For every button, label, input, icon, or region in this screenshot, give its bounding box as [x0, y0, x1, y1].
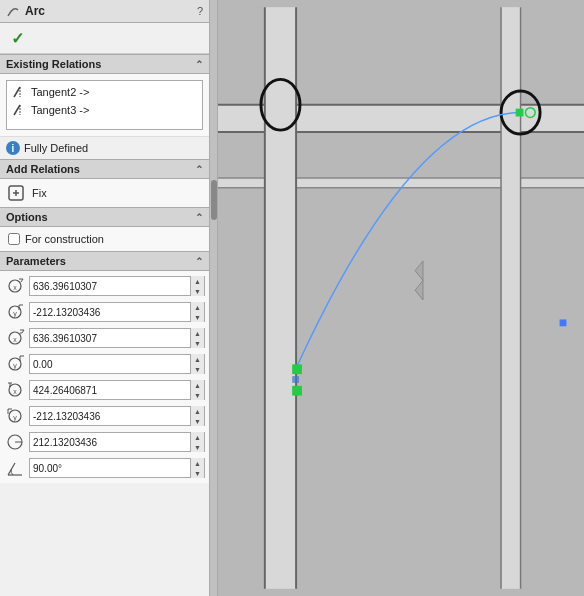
status-text: Fully Defined: [24, 142, 88, 154]
param-input-0[interactable]: [30, 281, 190, 292]
canvas-content: [218, 0, 584, 596]
spin-up-2[interactable]: ▲: [191, 328, 204, 338]
collapse-existing-relations-icon: ⌃: [195, 59, 203, 70]
spin-down-2[interactable]: ▼: [191, 338, 204, 348]
title-bar: Arc ?: [0, 0, 209, 23]
param-spinner-6: ▲ ▼: [190, 432, 204, 452]
add-relations-content: Fix: [0, 179, 209, 207]
parameters-content: x ▲ ▼ y: [0, 271, 209, 483]
svg-rect-43: [265, 7, 296, 589]
collapse-add-relations-icon: ⌃: [195, 164, 203, 175]
svg-rect-52: [292, 376, 299, 383]
property-panel: Arc ? ✓ Existing Relations ⌃ Tangent2 ->: [0, 0, 210, 596]
svg-line-0: [14, 87, 20, 97]
panel-title: Arc: [25, 4, 45, 18]
canvas-area[interactable]: [210, 0, 584, 596]
spin-down-6[interactable]: ▼: [191, 442, 204, 452]
angle-icon: [4, 457, 26, 479]
param-input-wrap-2: ▲ ▼: [29, 328, 205, 348]
options-header[interactable]: Options ⌃: [0, 207, 209, 227]
param-spinner-2: ▲ ▼: [190, 328, 204, 348]
param-row-5: y ▲ ▼: [4, 403, 205, 429]
param-input-6[interactable]: [30, 437, 190, 448]
tangent2-icon: [11, 84, 27, 100]
param-input-4[interactable]: [30, 385, 190, 396]
spin-down-0[interactable]: ▼: [191, 286, 204, 296]
scrollbar-thumb[interactable]: [211, 180, 217, 220]
cx-icon: x: [4, 275, 26, 297]
spin-down-7[interactable]: ▼: [191, 468, 204, 478]
info-icon: i: [6, 141, 20, 155]
svg-text:x: x: [13, 336, 17, 343]
tangent3-icon: [11, 102, 27, 118]
parameters-header[interactable]: Parameters ⌃: [0, 251, 209, 271]
spin-down-4[interactable]: ▼: [191, 390, 204, 400]
svg-text:x: x: [13, 388, 17, 395]
options-content: For construction: [0, 227, 209, 251]
param-row-3: y ▲ ▼: [4, 351, 205, 377]
fix-icon: [6, 183, 26, 203]
svg-rect-56: [560, 319, 567, 326]
svg-rect-53: [292, 386, 302, 396]
confirm-button[interactable]: ✓: [6, 27, 28, 49]
for-construction-checkbox[interactable]: [8, 233, 20, 245]
collapse-options-icon: ⌃: [195, 212, 203, 223]
param-row-7: ▲ ▼: [4, 455, 205, 481]
svg-line-2: [14, 105, 20, 115]
arc-icon: [6, 4, 20, 18]
spin-up-7[interactable]: ▲: [191, 458, 204, 468]
mx-icon: x: [4, 379, 26, 401]
for-construction-label[interactable]: For construction: [25, 233, 104, 245]
cx2-icon: x: [4, 327, 26, 349]
spin-up-6[interactable]: ▲: [191, 432, 204, 442]
spin-up-3[interactable]: ▲: [191, 354, 204, 364]
spin-up-4[interactable]: ▲: [191, 380, 204, 390]
param-input-wrap-6: ▲ ▼: [29, 432, 205, 452]
param-row-4: x ▲ ▼: [4, 377, 205, 403]
param-input-wrap-5: ▲ ▼: [29, 406, 205, 426]
existing-relations-content: Tangent2 -> Tangent3 ->: [0, 74, 209, 136]
canvas-scrollbar[interactable]: [210, 0, 218, 596]
param-input-wrap-7: ▲ ▼: [29, 458, 205, 478]
help-button[interactable]: ?: [197, 5, 203, 17]
existing-relations-header[interactable]: Existing Relations ⌃: [0, 54, 209, 74]
existing-relations-label: Existing Relations: [6, 58, 101, 70]
checkmark-icon: ✓: [11, 29, 24, 48]
param-input-2[interactable]: [30, 333, 190, 344]
param-spinner-4: ▲ ▼: [190, 380, 204, 400]
param-input-1[interactable]: [30, 307, 190, 318]
param-spinner-5: ▲ ▼: [190, 406, 204, 426]
spin-down-1[interactable]: ▼: [191, 312, 204, 322]
spin-down-3[interactable]: ▼: [191, 364, 204, 374]
radius-icon: [4, 431, 26, 453]
spin-down-5[interactable]: ▼: [191, 416, 204, 426]
param-input-wrap-4: ▲ ▼: [29, 380, 205, 400]
cy2-icon: y: [4, 353, 26, 375]
param-input-wrap-1: ▲ ▼: [29, 302, 205, 322]
param-input-wrap-3: ▲ ▼: [29, 354, 205, 374]
relation-item-2[interactable]: Tangent3 ->: [11, 101, 198, 119]
add-relations-label: Add Relations: [6, 163, 80, 175]
spin-up-5[interactable]: ▲: [191, 406, 204, 416]
svg-rect-51: [292, 364, 302, 374]
svg-text:y: y: [13, 310, 17, 318]
param-input-5[interactable]: [30, 411, 190, 422]
my-icon: y: [4, 405, 26, 427]
drawing-canvas[interactable]: [218, 0, 584, 596]
param-input-3[interactable]: [30, 359, 190, 370]
parameters-label: Parameters: [6, 255, 66, 267]
cy-icon: y: [4, 301, 26, 323]
svg-text:y: y: [13, 362, 17, 370]
param-input-7[interactable]: [30, 463, 190, 474]
spin-up-0[interactable]: ▲: [191, 276, 204, 286]
param-input-wrap-0: ▲ ▼: [29, 276, 205, 296]
title-left: Arc: [6, 4, 45, 18]
add-relations-header[interactable]: Add Relations ⌃: [0, 159, 209, 179]
svg-text:y: y: [13, 414, 17, 422]
action-bar: ✓: [0, 23, 209, 54]
relation-item-1[interactable]: Tangent2 ->: [11, 83, 198, 101]
param-row-6: ▲ ▼: [4, 429, 205, 455]
relations-list: Tangent2 -> Tangent3 ->: [6, 80, 203, 130]
spin-up-1[interactable]: ▲: [191, 302, 204, 312]
svg-text:x: x: [13, 284, 17, 291]
